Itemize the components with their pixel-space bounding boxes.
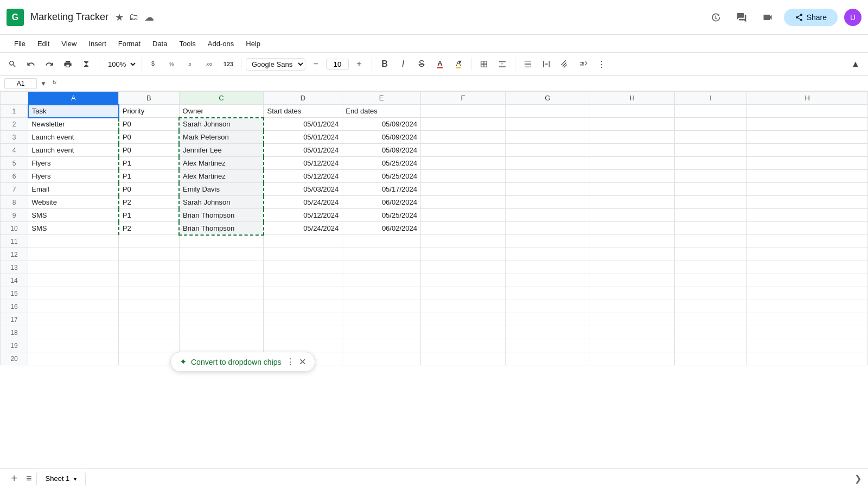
- cell-b3[interactable]: P0: [119, 131, 179, 144]
- cell-j7[interactable]: [747, 183, 868, 196]
- cell-b19[interactable]: [119, 339, 179, 352]
- cell-e17[interactable]: [342, 313, 421, 326]
- cell-i17[interactable]: [674, 313, 747, 326]
- cell-e4[interactable]: 05/09/2024: [342, 144, 421, 157]
- cell-f3[interactable]: [420, 131, 505, 144]
- cell-f10[interactable]: [420, 222, 505, 235]
- cell-i15[interactable]: [674, 287, 747, 300]
- cell-i11[interactable]: [674, 235, 747, 248]
- cell-h14[interactable]: [590, 274, 674, 287]
- cell-d6[interactable]: 05/12/2024: [264, 170, 342, 183]
- cell-a15[interactable]: [28, 287, 119, 300]
- cell-f18[interactable]: [420, 326, 505, 339]
- cell-e14[interactable]: [342, 274, 421, 287]
- chip-popup-close-icon[interactable]: ✕: [299, 357, 306, 367]
- row-number[interactable]: 20: [1, 352, 28, 365]
- cell-j8[interactable]: [747, 196, 868, 209]
- cell-d17[interactable]: [264, 313, 342, 326]
- cell-f9[interactable]: [420, 209, 505, 222]
- cell-f17[interactable]: [420, 313, 505, 326]
- cell-c6[interactable]: Alex Martinez: [179, 170, 264, 183]
- cell-a20[interactable]: [28, 352, 119, 365]
- font-select[interactable]: Google Sans Arial Times New Roman: [246, 58, 305, 71]
- currency-button[interactable]: $: [146, 56, 163, 72]
- cell-e10[interactable]: 06/02/2024: [342, 222, 421, 235]
- cell-c5[interactable]: Alex Martinez: [179, 157, 264, 170]
- highlight-color-button[interactable]: A▼: [450, 56, 467, 72]
- row-number[interactable]: 16: [1, 300, 28, 313]
- percent-button[interactable]: %: [165, 56, 181, 72]
- cell-e11[interactable]: [342, 235, 421, 248]
- cell-d9[interactable]: 05/12/2024: [264, 209, 342, 222]
- cell-a19[interactable]: [28, 339, 119, 352]
- avatar[interactable]: U: [844, 9, 861, 26]
- cell-i2[interactable]: [674, 118, 747, 131]
- row-number[interactable]: 15: [1, 287, 28, 300]
- row-number[interactable]: 2: [1, 118, 28, 131]
- cell-a4[interactable]: Launch event: [28, 144, 119, 157]
- cell-h11[interactable]: [590, 235, 674, 248]
- cell-e9[interactable]: 05/25/2024: [342, 209, 421, 222]
- cell-g9[interactable]: [505, 209, 590, 222]
- cell-f20[interactable]: [420, 352, 505, 365]
- chip-popup-text[interactable]: Convert to dropdown chips: [191, 358, 282, 366]
- cell-j6[interactable]: [747, 170, 868, 183]
- row-number[interactable]: 11: [1, 235, 28, 248]
- cell-i6[interactable]: [674, 170, 747, 183]
- cell-f13[interactable]: [420, 261, 505, 274]
- comment-icon[interactable]: [732, 8, 751, 27]
- cell-f1[interactable]: [420, 105, 505, 118]
- cell-j9[interactable]: [747, 209, 868, 222]
- cell-c9[interactable]: Brian Thompson: [179, 209, 264, 222]
- col-header-c[interactable]: C: [179, 92, 264, 105]
- cell-a2[interactable]: Newsletter: [28, 118, 119, 131]
- cell-a8[interactable]: Website: [28, 196, 119, 209]
- cell-c15[interactable]: [179, 287, 264, 300]
- cell-a18[interactable]: [28, 326, 119, 339]
- cell-g14[interactable]: [505, 274, 590, 287]
- cell-j1[interactable]: [747, 105, 868, 118]
- cell-e5[interactable]: 05/25/2024: [342, 157, 421, 170]
- right-arrow-icon[interactable]: ❯: [854, 473, 861, 484]
- cell-e12[interactable]: [342, 248, 421, 261]
- folder-icon[interactable]: 🗂: [129, 11, 139, 23]
- cell-g17[interactable]: [505, 313, 590, 326]
- row-number[interactable]: 4: [1, 144, 28, 157]
- cell-h10[interactable]: [590, 222, 674, 235]
- cell-b2[interactable]: P0: [119, 118, 179, 131]
- cell-f6[interactable]: [420, 170, 505, 183]
- col-header-g[interactable]: G: [505, 92, 590, 105]
- row-number[interactable]: 19: [1, 339, 28, 352]
- cell-e15[interactable]: [342, 287, 421, 300]
- cell-g15[interactable]: [505, 287, 590, 300]
- cell-d19[interactable]: [264, 339, 342, 352]
- cell-reference-input[interactable]: [4, 78, 37, 89]
- cell-a10[interactable]: SMS: [28, 222, 119, 235]
- cell-g11[interactable]: [505, 235, 590, 248]
- row-number[interactable]: 1: [1, 105, 28, 118]
- menu-tools[interactable]: Tools: [174, 37, 201, 50]
- cell-i20[interactable]: [674, 352, 747, 365]
- increase-font-size-button[interactable]: +: [351, 56, 367, 72]
- col-header-a[interactable]: A: [28, 92, 119, 105]
- row-number[interactable]: 8: [1, 196, 28, 209]
- cell-f16[interactable]: [420, 300, 505, 313]
- cell-i18[interactable]: [674, 326, 747, 339]
- menu-insert[interactable]: Insert: [83, 37, 112, 50]
- cell-b1[interactable]: Priority: [119, 105, 179, 118]
- cell-c4[interactable]: Jennifer Lee: [179, 144, 264, 157]
- cell-c11[interactable]: [179, 235, 264, 248]
- cell-j5[interactable]: [747, 157, 868, 170]
- cell-c17[interactable]: [179, 313, 264, 326]
- cell-e13[interactable]: [342, 261, 421, 274]
- menu-data[interactable]: Data: [147, 37, 173, 50]
- undo-button[interactable]: [23, 56, 39, 72]
- menu-format[interactable]: Format: [113, 37, 146, 50]
- zoom-select[interactable]: 100% 75% 50% 125% 150%: [104, 59, 137, 70]
- cell-h5[interactable]: [590, 157, 674, 170]
- cell-h2[interactable]: [590, 118, 674, 131]
- cell-a14[interactable]: [28, 274, 119, 287]
- cell-d14[interactable]: [264, 274, 342, 287]
- cell-c14[interactable]: [179, 274, 264, 287]
- cell-d5[interactable]: 05/12/2024: [264, 157, 342, 170]
